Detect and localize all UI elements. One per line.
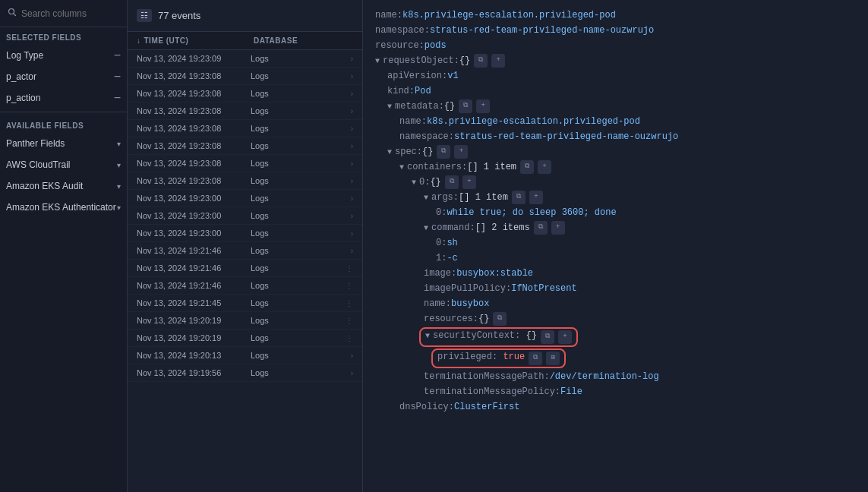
json-key: name:: [424, 297, 451, 311]
field-groups-list: Panther Fields▾AWS CloudTrail▾Amazon EKS…: [0, 133, 127, 218]
table-row[interactable]: Nov 13, 2024 19:19:56 Logs ›: [128, 364, 362, 382]
row-expand-icon[interactable]: ⋮: [346, 334, 353, 342]
table-row[interactable]: Nov 13, 2024 19:20:19 Logs ⋮: [128, 330, 362, 347]
table-row[interactable]: Nov 13, 2024 19:23:00 Logs ›: [128, 225, 362, 242]
table-row[interactable]: Nov 13, 2024 19:23:08 Logs ›: [128, 155, 362, 172]
add-icon[interactable]: +: [551, 221, 565, 235]
row-expand-icon[interactable]: ›: [351, 72, 353, 80]
json-key: imagePullPolicy:: [424, 282, 511, 295]
copy-icon[interactable]: ⧉: [437, 145, 450, 159]
field-remove-icon[interactable]: −: [114, 92, 121, 104]
json-key: privileged:: [437, 352, 503, 362]
cell-time: Nov 13, 2024 19:21:46: [137, 281, 251, 290]
table-row[interactable]: Nov 13, 2024 19:23:08 Logs ›: [128, 120, 362, 137]
row-expand-icon[interactable]: ›: [351, 125, 353, 133]
row-expand-icon[interactable]: ›: [351, 352, 353, 360]
collapse-arrow[interactable]: ▼: [424, 192, 428, 203]
row-expand-icon[interactable]: ⋮: [346, 317, 353, 325]
add-icon[interactable]: +: [538, 160, 551, 174]
table-row[interactable]: Nov 13, 2024 19:21:46 Logs ⋮: [128, 277, 362, 295]
json-line: 0: while true; do sleep 3600; done: [375, 205, 856, 220]
search-box[interactable]: [0, 0, 127, 27]
cell-db: Logs: [251, 71, 348, 80]
json-key: name:: [399, 115, 427, 128]
table-row[interactable]: Nov 13, 2024 19:21:46 Logs ›: [128, 242, 362, 260]
table-icon[interactable]: ⊞: [546, 352, 560, 365]
json-line: image: busybox:stable: [375, 266, 856, 281]
field-group-aws-cloudtrail[interactable]: AWS CloudTrail▾: [0, 154, 127, 175]
sort-icon: ↓: [137, 36, 141, 45]
table-row[interactable]: Nov 13, 2024 19:23:08 Logs ›: [128, 137, 362, 155]
add-icon[interactable]: +: [529, 191, 543, 204]
copy-icon[interactable]: ⧉: [541, 330, 554, 344]
row-expand-icon[interactable]: ›: [351, 142, 353, 150]
row-expand-icon[interactable]: ›: [351, 90, 353, 98]
table-row[interactable]: Nov 13, 2024 19:23:00 Logs ›: [128, 207, 362, 225]
json-line: kind: Pod: [375, 84, 856, 99]
row-expand-icon[interactable]: ›: [351, 212, 353, 220]
table-row[interactable]: Nov 13, 2024 19:23:08 Logs ›: [128, 172, 362, 190]
row-expand-icon[interactable]: ›: [351, 177, 353, 185]
copy-icon[interactable]: ⧉: [534, 221, 548, 235]
add-icon[interactable]: +: [491, 54, 505, 68]
collapse-arrow[interactable]: ▼: [399, 162, 404, 173]
row-expand-icon[interactable]: ⋮: [346, 299, 353, 308]
copy-icon[interactable]: ⧉: [474, 54, 488, 68]
copy-icon[interactable]: ⧉: [512, 191, 526, 204]
row-expand-icon[interactable]: ›: [351, 55, 353, 63]
collapse-arrow[interactable]: ▼: [412, 177, 416, 188]
table-row[interactable]: Nov 13, 2024 19:23:08 Logs ›: [128, 68, 362, 85]
json-value: /dev/termination-log: [550, 370, 659, 383]
row-expand-icon[interactable]: ›: [351, 247, 353, 255]
search-input[interactable]: [21, 8, 119, 19]
add-icon[interactable]: +: [476, 99, 490, 113]
collapse-arrow[interactable]: ▼: [425, 332, 430, 340]
table-row[interactable]: Nov 13, 2024 19:20:19 Logs ⋮: [128, 312, 362, 330]
table-row[interactable]: Nov 13, 2024 19:23:00 Logs ›: [128, 190, 362, 207]
field-remove-icon[interactable]: −: [114, 71, 121, 83]
json-line: dnsPolicy: ClusterFirst: [375, 399, 856, 415]
field-group-panther-fields[interactable]: Panther Fields▾: [0, 133, 127, 154]
row-expand-icon[interactable]: ›: [351, 159, 353, 168]
json-value: pods: [425, 39, 447, 52]
field-group-amazon-eks-auth[interactable]: Amazon EKS Authenticator▾: [0, 197, 127, 218]
copy-icon[interactable]: ⧉: [529, 352, 542, 365]
field-group-amazon-eks-audit[interactable]: Amazon EKS Audit▾: [0, 175, 127, 197]
row-expand-icon[interactable]: ›: [351, 229, 353, 238]
table-row[interactable]: Nov 13, 2024 19:23:08 Logs ›: [128, 85, 362, 102]
collapse-arrow[interactable]: ▼: [387, 147, 392, 158]
json-line: name: busybox: [375, 296, 856, 311]
copy-icon[interactable]: ⧉: [445, 175, 459, 189]
copy-icon[interactable]: ⧉: [459, 99, 472, 113]
cell-db: Logs: [251, 141, 348, 150]
row-expand-icon[interactable]: ›: [351, 107, 353, 115]
table-row[interactable]: Nov 13, 2024 19:21:46 Logs ⋮: [128, 260, 362, 277]
row-expand-icon[interactable]: ›: [351, 194, 353, 203]
add-icon[interactable]: +: [462, 175, 476, 189]
table-row[interactable]: Nov 13, 2024 19:23:08 Logs ›: [128, 102, 362, 120]
cell-db: Logs: [251, 54, 348, 63]
add-icon[interactable]: +: [558, 330, 572, 344]
row-expand-icon[interactable]: ⋮: [346, 264, 353, 273]
collapse-arrow[interactable]: ▼: [387, 101, 392, 112]
row-expand-icon[interactable]: ⋮: [346, 282, 353, 290]
table-row[interactable]: Nov 13, 2024 19:23:09 Logs ›: [128, 50, 362, 68]
sidebar-field-p-action[interactable]: p_action−: [0, 87, 127, 109]
collapse-arrow[interactable]: ▼: [424, 222, 428, 234]
json-line: ▼securityContext: {}⧉+: [375, 326, 856, 348]
table-row[interactable]: Nov 13, 2024 19:20:13 Logs ›: [128, 347, 362, 364]
row-expand-icon[interactable]: ›: [351, 369, 353, 377]
json-value: [] 2 items: [475, 221, 530, 235]
field-remove-icon[interactable]: −: [114, 49, 121, 62]
collapse-arrow[interactable]: ▼: [375, 55, 380, 67]
selected-fields-list: Log Type−p_actor−p_action−: [0, 45, 127, 109]
sidebar-field-log-type[interactable]: Log Type−: [0, 45, 127, 66]
copy-icon[interactable]: ⧉: [493, 312, 507, 326]
copy-icon[interactable]: ⧉: [520, 160, 534, 174]
add-icon[interactable]: +: [454, 145, 468, 159]
field-label: Log Type: [6, 50, 43, 61]
table-row[interactable]: Nov 13, 2024 19:21:45 Logs ⋮: [128, 295, 362, 312]
sidebar-field-p-actor[interactable]: p_actor−: [0, 66, 127, 87]
col-time-header: ↓ TIME (UTC): [137, 36, 251, 45]
divider: [0, 112, 127, 112]
